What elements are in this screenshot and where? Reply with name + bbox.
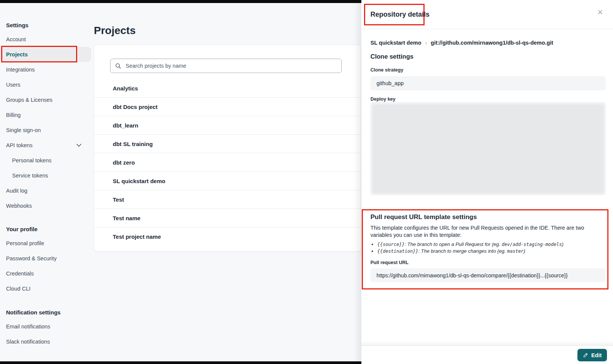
sidebar-item-email-notifications[interactable]: Email notifications bbox=[0, 319, 91, 334]
sidebar-item-label: Personal profile bbox=[6, 240, 44, 246]
project-row-dbt-learn[interactable]: dbt_learn bbox=[94, 116, 361, 135]
projects-card: Analyticsdbt Docs projectdbt_learndbt SL… bbox=[94, 45, 361, 252]
sidebar-item-password-security[interactable]: Password & Security bbox=[0, 251, 91, 266]
project-row-test-name[interactable]: Test name bbox=[94, 209, 361, 227]
drawer-footer: Edit bbox=[361, 345, 613, 364]
sidebar-item-label: Groups & Licenses bbox=[6, 97, 53, 103]
chevron-down-icon[interactable] bbox=[76, 144, 81, 147]
project-row-dbt-docs-project[interactable]: dbt Docs project bbox=[94, 98, 361, 116]
sidebar-item-credentials[interactable]: Credentials bbox=[0, 266, 91, 281]
sidebar-item-label: Password & Security bbox=[6, 255, 57, 261]
search-input[interactable] bbox=[125, 62, 337, 69]
sidebar-item-label: Projects bbox=[6, 51, 28, 58]
sidebar-heading-settings: Settings bbox=[0, 18, 94, 32]
pr-variable-list: {{source}}: The branch to open a Pull Re… bbox=[370, 241, 605, 255]
project-name: Test name bbox=[113, 215, 140, 221]
sidebar-item-slack-notifications[interactable]: Slack notifications bbox=[0, 334, 91, 349]
deploy-key-redacted-value bbox=[373, 104, 604, 193]
top-chrome-bar bbox=[0, 0, 361, 3]
project-name: Analytics bbox=[113, 85, 138, 92]
pull-request-url-label: Pull request URL bbox=[370, 260, 605, 265]
edit-button-label: Edit bbox=[591, 352, 602, 358]
sidebar-item-personal-tokens[interactable]: Personal tokens bbox=[0, 153, 91, 168]
edit-button[interactable]: Edit bbox=[577, 349, 607, 361]
pr-template-section: Pull request URL template settings This … bbox=[370, 213, 605, 282]
sidebar-item-label: Account bbox=[6, 36, 26, 42]
clone-strategy-label: Clone strategy bbox=[370, 67, 403, 73]
pull-request-url-value: https://github.com/mirnawong1/db-sl-qs-d… bbox=[370, 268, 605, 282]
sidebar-item-projects[interactable]: Projects bbox=[0, 47, 91, 62]
sidebar-item-api-tokens[interactable]: API tokens bbox=[0, 138, 91, 153]
sidebar-item-single-sign-on[interactable]: Single sign-on bbox=[0, 123, 91, 138]
sidebar-item-account[interactable]: Account bbox=[0, 32, 91, 47]
sidebar-item-label: Audit log bbox=[6, 188, 27, 194]
pr-variable-destination: {{destination}}: The branch to merge cha… bbox=[377, 248, 605, 255]
project-row-dbt-sl-training[interactable]: dbt SL training bbox=[94, 135, 361, 153]
sidebar-heading-your-profile: Your profile bbox=[0, 222, 94, 236]
project-row-analytics[interactable]: Analytics bbox=[94, 79, 361, 98]
sidebar-item-label: Webhooks bbox=[6, 203, 32, 209]
sidebar-item-integrations[interactable]: Integrations bbox=[0, 62, 91, 77]
breadcrumb-separator-icon: › bbox=[425, 39, 427, 46]
project-name: dbt_learn bbox=[113, 122, 138, 129]
sidebar-item-label: Integrations bbox=[6, 67, 35, 73]
project-name: dbt Docs project bbox=[113, 104, 157, 110]
sidebar-item-personal-profile[interactable]: Personal profile bbox=[0, 236, 91, 251]
drawer-header: Repository details ✕ bbox=[361, 0, 613, 29]
sidebar-item-label: Users bbox=[6, 82, 20, 88]
pr-variable-source: {{source}}: The branch to open a Pull Re… bbox=[377, 241, 605, 248]
sidebar-item-audit-log[interactable]: Audit log bbox=[0, 183, 91, 198]
project-name: Test bbox=[113, 196, 124, 203]
deploy-key-label: Deploy key bbox=[370, 96, 395, 102]
clone-settings-heading: Clone settings bbox=[370, 53, 414, 60]
project-row-test[interactable]: Test bbox=[94, 190, 361, 209]
sidebar-item-cloud-cli[interactable]: Cloud CLI bbox=[0, 281, 91, 296]
sidebar-item-billing[interactable]: Billing bbox=[0, 107, 91, 123]
pencil-icon bbox=[583, 352, 588, 358]
project-row-dbt-zero[interactable]: dbt zero bbox=[94, 153, 361, 172]
sidebar-item-service-tokens[interactable]: Service tokens bbox=[0, 168, 91, 183]
clone-strategy-value: github_app bbox=[370, 76, 606, 90]
sidebar-item-label: Credentials bbox=[6, 271, 34, 277]
settings-sidebar: SettingsAccountProjectsIntegrationsUsers… bbox=[0, 3, 94, 349]
pr-template-heading: Pull request URL template settings bbox=[370, 213, 605, 221]
sidebar-item-label: Service tokens bbox=[12, 173, 48, 179]
search-icon bbox=[115, 63, 121, 69]
project-name: dbt zero bbox=[113, 159, 135, 166]
sidebar-item-label: Slack notifications bbox=[6, 339, 50, 345]
project-row-sl-quickstart-demo[interactable]: SL quickstart demo bbox=[94, 172, 361, 190]
deploy-key-box bbox=[370, 102, 606, 195]
project-search[interactable] bbox=[110, 59, 342, 73]
sidebar-item-groups-licenses[interactable]: Groups & Licenses bbox=[0, 92, 91, 107]
sidebar-item-label: Billing bbox=[6, 112, 21, 118]
bottom-chrome-bar bbox=[0, 361, 361, 364]
project-name: dbt SL training bbox=[113, 141, 153, 147]
sidebar-item-webhooks[interactable]: Webhooks bbox=[0, 198, 91, 213]
project-row-test-project-name[interactable]: Test project name bbox=[94, 227, 361, 246]
drawer-title: Repository details bbox=[370, 11, 429, 19]
breadcrumb-project[interactable]: SL quickstart demo bbox=[370, 40, 421, 46]
sidebar-heading-notification-settings: Notification settings bbox=[0, 305, 94, 319]
page-title: Projects bbox=[94, 25, 136, 37]
pr-template-description: This template configures the URL for new… bbox=[370, 224, 600, 239]
sidebar-item-label: Single sign-on bbox=[6, 127, 41, 133]
project-list: Analyticsdbt Docs projectdbt_learndbt SL… bbox=[94, 79, 361, 246]
breadcrumb: SL quickstart demo › git://github.com/mi… bbox=[370, 39, 553, 46]
sidebar-item-label: Cloud CLI bbox=[6, 286, 30, 292]
sidebar-item-label: Email notifications bbox=[6, 324, 50, 330]
close-icon[interactable]: ✕ bbox=[595, 8, 605, 16]
breadcrumb-repo-url: git://github.com/mirnawong1/db-sl-qs-dem… bbox=[431, 40, 553, 46]
sidebar-item-label: API tokens bbox=[6, 142, 33, 148]
project-name: SL quickstart demo bbox=[113, 178, 165, 184]
sidebar-item-users[interactable]: Users bbox=[0, 77, 91, 92]
repository-details-drawer: Repository details ✕ SL quickstart demo … bbox=[361, 0, 613, 364]
project-name: Test project name bbox=[113, 233, 161, 240]
drawer-body: SL quickstart demo › git://github.com/mi… bbox=[361, 29, 613, 345]
sidebar-item-label: Personal tokens bbox=[12, 157, 51, 163]
